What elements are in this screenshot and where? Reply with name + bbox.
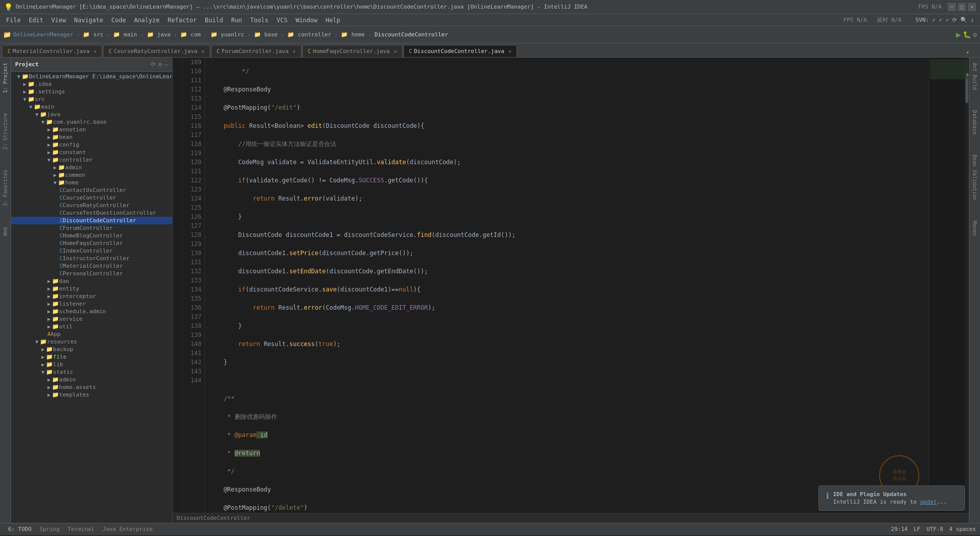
project-tab[interactable]: 1: Project: [2, 58, 9, 98]
tree-item-app[interactable]: A App: [11, 330, 172, 338]
menu-build[interactable]: Build: [201, 16, 227, 25]
tree-item-bean[interactable]: ▶ 📁 bean: [11, 133, 172, 141]
code-content[interactable]: */ @ResponseBody @PostMapping("/edit") p…: [205, 58, 929, 513]
tree-item-src[interactable]: ▼ 📁 src: [11, 95, 172, 103]
tab-course-raty-controller[interactable]: C CourseRatyController.java ✕: [103, 45, 210, 57]
menu-refactor[interactable]: Refactor: [164, 16, 201, 25]
tree-item-homefaqs[interactable]: C HomeFaqsController: [11, 239, 172, 247]
menu-window[interactable]: Window: [291, 16, 321, 25]
tab-discount-code-controller[interactable]: C DiscountCodeController.java ✕: [403, 45, 517, 57]
menu-code[interactable]: Code: [108, 16, 130, 25]
toolbar-current-file[interactable]: DiscountCodeController: [375, 31, 448, 38]
menu-tools[interactable]: Tools: [246, 16, 273, 25]
tree-item-admin-static[interactable]: ▶ 📁 admin: [11, 376, 172, 383]
toolbar-java[interactable]: 📁 java: [147, 31, 171, 38]
menu-view[interactable]: View: [47, 16, 70, 25]
bottom-tab-spring[interactable]: Spring: [35, 525, 64, 533]
toolbar-main[interactable]: 📁 main: [113, 31, 137, 38]
tree-item-homeblog[interactable]: C HomeBlogController: [11, 232, 172, 239]
toolbar-com[interactable]: 📁 com: [180, 31, 201, 38]
tree-item-interceptor[interactable]: ▶ 📁 interceptor: [11, 293, 172, 300]
tree-item-service[interactable]: ▶ 📁 service: [11, 315, 172, 323]
settings-button[interactable]: ⚙: [973, 31, 977, 38]
project-settings-icon[interactable]: ⚙: [159, 61, 162, 68]
tree-item-util[interactable]: ▶ 📁 util: [11, 323, 172, 330]
tree-item-root[interactable]: ▼ 📁 OnlineLearnManager E:\idea_space\Onl…: [11, 73, 172, 80]
project-sync-icon[interactable]: ⟳: [151, 61, 156, 68]
tree-item-com-yuanlrc[interactable]: ▼ 📁 com.yuanlrc.base: [11, 118, 172, 126]
tab-close-forum[interactable]: ✕: [293, 48, 296, 54]
tree-item-controller[interactable]: ▼ 📁 controller: [11, 156, 172, 164]
tree-item-resources[interactable]: ▼ 📁 resources: [11, 338, 172, 346]
toolbar-project-name[interactable]: OnlineLearnManager: [13, 31, 73, 38]
tree-item-java[interactable]: ▼ 📁 java: [11, 111, 172, 118]
menu-help[interactable]: Help: [322, 16, 344, 25]
tab-close-courseraty[interactable]: ✕: [201, 48, 204, 54]
tree-item-admin[interactable]: ▶ 📁 admin: [11, 164, 172, 171]
tree-item-constant[interactable]: ▶ 📁 constant: [11, 149, 172, 156]
tree-item-listener[interactable]: ▶ 📁 listener: [11, 300, 172, 308]
tree-item-home[interactable]: ▼ 📁 home: [11, 179, 172, 186]
minimap[interactable]: [929, 58, 969, 513]
database-panel[interactable]: Database: [971, 105, 978, 139]
project-collapse-icon[interactable]: –: [165, 61, 168, 68]
structure-tab[interactable]: 2: Structure: [2, 108, 9, 155]
bean-validation-panel[interactable]: Bean Validation: [971, 150, 978, 205]
tree-item-coursetest[interactable]: C CourseTestQuestionController: [11, 209, 172, 217]
tree-item-idea[interactable]: ▶ 📁 .idea: [11, 80, 172, 88]
menu-run[interactable]: Run: [227, 16, 246, 25]
menu-navigate[interactable]: Navigate: [70, 16, 108, 25]
web-tab[interactable]: Web: [2, 222, 9, 241]
tree-item-instructor[interactable]: C InstructorController: [11, 255, 172, 262]
toolbar-yuanlrc[interactable]: 📁 yuanlrc: [211, 31, 244, 38]
toolbar-controller[interactable]: 📁 controller: [287, 31, 331, 38]
tree-item-templates[interactable]: ▶ 📁 templates: [11, 391, 172, 399]
minimize-button[interactable]: ─: [948, 3, 956, 11]
tree-item-common[interactable]: ▶ 📁 common: [11, 171, 172, 179]
tree-item-config[interactable]: ▶ 📁 config: [11, 141, 172, 149]
tab-material-controller[interactable]: C MaterialController.java ✕: [2, 45, 102, 57]
tree-item-annotion[interactable]: ▶ 📁 annotion: [11, 126, 172, 133]
bottom-tab-java-enterprise[interactable]: Java Enterprise: [98, 525, 157, 533]
toolbar-home[interactable]: 📁 home: [341, 31, 365, 38]
tree-item-discountcode[interactable]: C DiscountCodeController: [11, 217, 172, 224]
tab-close-material[interactable]: ✕: [93, 48, 96, 54]
tree-item-home-assets[interactable]: ▶ 📁 home.assets: [11, 383, 172, 391]
maven-panel[interactable]: Maven: [971, 216, 978, 241]
tree-item-file[interactable]: ▶ 📁 file: [11, 353, 172, 361]
tab-home-faqs-controller[interactable]: C HomeFaqsController.java ✕: [302, 45, 402, 57]
bottom-tab-todo[interactable]: 6: TODO: [4, 525, 35, 533]
tab-close-homefaqs[interactable]: ✕: [394, 48, 397, 54]
tree-item-index[interactable]: C IndexController: [11, 247, 172, 255]
maximize-button[interactable]: □: [958, 3, 966, 11]
menu-file[interactable]: File: [2, 16, 25, 25]
bottom-tab-terminal[interactable]: Terminal: [64, 525, 98, 533]
tree-item-courseraty[interactable]: C CourseRatyController: [11, 202, 172, 209]
tree-item-forum[interactable]: C ForumController: [11, 224, 172, 232]
tab-forum-controller[interactable]: C ForumController.java ✕: [211, 45, 301, 57]
menu-vcs[interactable]: VCS: [273, 16, 292, 25]
toolbar-src[interactable]: 📁 src: [83, 31, 104, 38]
notification-link[interactable]: updat: [920, 499, 937, 505]
code-area[interactable]: 109 110 111 112 113 114 115 116 117 118 …: [173, 58, 969, 513]
tree-item-course[interactable]: C CourseController: [11, 194, 172, 202]
tree-item-static[interactable]: ▼ 📁 static: [11, 368, 172, 376]
tree-item-settings[interactable]: ▶ 📁 .settings: [11, 88, 172, 95]
tree-item-dao[interactable]: ▶ 📁 dao: [11, 277, 172, 285]
tree-item-entity[interactable]: ▶ 📁 entity: [11, 285, 172, 293]
menu-edit[interactable]: Edit: [25, 16, 47, 25]
tree-item-lib[interactable]: ▶ 📁 lib: [11, 361, 172, 368]
tree-item-material[interactable]: C MaterialController: [11, 262, 172, 270]
run-button[interactable]: ▶: [956, 30, 961, 39]
tree-item-personal[interactable]: C PersonalController: [11, 270, 172, 277]
tab-close-discount[interactable]: ✕: [508, 48, 511, 54]
debug-button[interactable]: 🐛: [963, 31, 971, 38]
menu-analyze[interactable]: Analyze: [130, 16, 164, 25]
tree-item-contact[interactable]: C ContactUsController: [11, 186, 172, 194]
ant-build-panel[interactable]: Ant Build: [971, 58, 978, 95]
tree-item-schedule[interactable]: ▶ 📁 schedule.admin: [11, 308, 172, 315]
close-button[interactable]: ✕: [968, 3, 976, 11]
favorites-tab[interactable]: 3: Favorites: [2, 165, 9, 211]
tree-item-backup[interactable]: ▶ 📁 backup: [11, 346, 172, 353]
tree-item-main[interactable]: ▼ 📁 main: [11, 103, 172, 111]
